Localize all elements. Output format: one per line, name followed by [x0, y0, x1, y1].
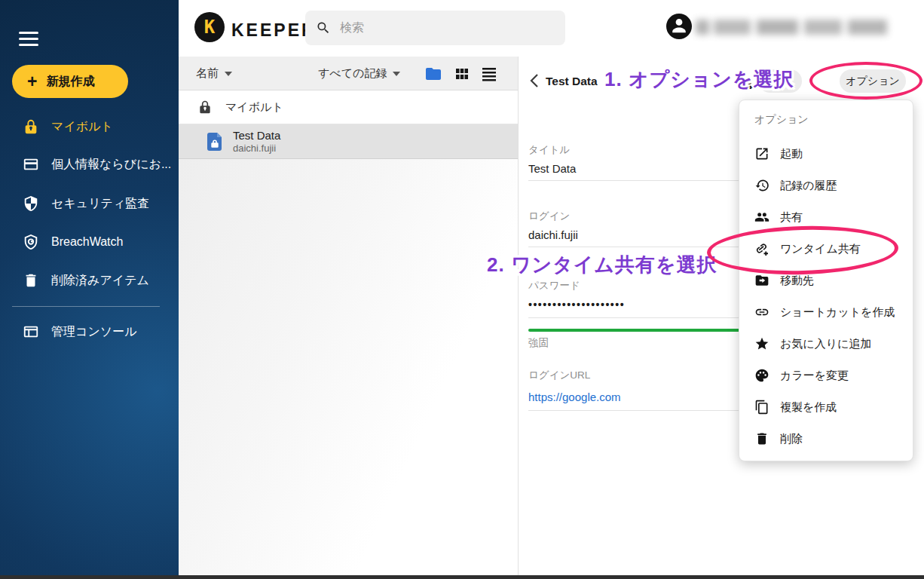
move-folder-icon [754, 273, 769, 288]
password-field-value-masked: •••••••••••••••••••• [528, 299, 625, 311]
back-chevron-icon[interactable] [529, 73, 540, 88]
folder-view-icon[interactable] [424, 65, 442, 83]
options-dropdown-menu: オプション 起動 記録の履歴 共有 ワンタイム共有 [739, 100, 913, 461]
options-button-label: オプション [846, 75, 900, 88]
user-name-blurred [696, 20, 893, 35]
menu-item-label: 起動 [780, 147, 803, 161]
menu-item-launch[interactable]: 起動 [739, 138, 913, 170]
sidebar-item-label: 個人情報ならびにお... [51, 157, 171, 173]
menu-item-label: 記録の履歴 [780, 179, 837, 193]
annotation-step2: 2. ワンタイム共有を選択 [487, 252, 717, 278]
menu-item-create-shortcut[interactable]: ショートカットを作成 [739, 296, 913, 328]
menu-item-label: お気に入りに追加 [780, 337, 871, 351]
chevron-down-icon [393, 72, 400, 76]
record-list-panel: 名前 すべての記録 マイボルト [179, 57, 518, 575]
trash-icon [23, 272, 39, 289]
record-type-filter-dropdown[interactable]: すべての記録 [318, 57, 400, 90]
plus-icon: + [27, 73, 37, 90]
sidebar-divider [12, 306, 160, 307]
new-record-button[interactable]: + 新規作成 [12, 65, 128, 98]
topbar: K KEEPER® [179, 0, 924, 57]
breadcrumb: マイボルト [225, 100, 283, 115]
sidebar-item-admin-console[interactable]: 管理コンソール [0, 315, 179, 348]
menu-item-share[interactable]: 共有 [739, 201, 913, 233]
record-file-lock-icon [207, 133, 222, 151]
sidebar-item-label: 削除済みアイテム [51, 273, 149, 289]
launch-icon [754, 146, 769, 161]
menu-item-delete[interactable]: 削除 [739, 423, 913, 455]
url-field-link[interactable]: https://google.com [528, 391, 621, 403]
filter-label: すべての記録 [318, 66, 387, 81]
palette-icon [754, 368, 769, 383]
list-view-icon[interactable] [480, 65, 498, 83]
copy-icon [754, 400, 769, 415]
lock-icon [23, 118, 39, 135]
sidebar: + 新規作成 マイボルト 個人情報ならびにお... セキュリティ監査 [0, 0, 179, 575]
card-icon [23, 156, 39, 173]
record-title: Test Data [233, 129, 280, 142]
hamburger-menu-icon[interactable] [19, 32, 38, 50]
wordmark-text: KEEPER [231, 20, 317, 40]
sidebar-item-security-audit[interactable]: セキュリティ監査 [0, 187, 179, 220]
title-field-label: タイトル [528, 143, 570, 157]
people-icon [754, 210, 769, 225]
breachwatch-shield-icon [23, 234, 39, 250]
chevron-down-icon [225, 72, 232, 76]
sidebar-item-label: BreachWatch [51, 235, 123, 249]
bottom-window-edge [0, 575, 924, 579]
star-icon [754, 336, 769, 351]
menu-item-label: 移動先 [780, 274, 814, 288]
menu-item-duplicate[interactable]: 複製を作成 [739, 391, 913, 423]
sidebar-item-my-vault[interactable]: マイボルト [0, 110, 179, 143]
login-field-label: ログイン [528, 210, 570, 223]
record-row-test-data[interactable]: Test Data daichi.fujii [179, 124, 518, 159]
menu-item-add-to-favorites[interactable]: お気に入りに追加 [739, 328, 913, 360]
menu-item-label: ショートカットを作成 [780, 305, 895, 320]
title-field-value: Test Data [528, 162, 576, 175]
menu-item-label: 共有 [780, 210, 803, 225]
password-field-label: パスワード [528, 279, 580, 293]
sidebar-item-label: セキュリティ監査 [51, 196, 149, 212]
list-header: 名前 すべての記録 [179, 57, 518, 90]
menu-item-one-time-share[interactable]: ワンタイム共有 [739, 233, 913, 265]
record-subtitle: daichi.fujii [233, 142, 280, 155]
login-field-value: daichi.fujii [528, 228, 578, 241]
keeper-vault-app: + 新規作成 マイボルト 個人情報ならびにお... セキュリティ監査 [0, 0, 924, 579]
history-icon [754, 178, 769, 193]
search-bar[interactable] [305, 11, 565, 45]
lock-icon [197, 100, 213, 115]
shield-check-icon [23, 195, 39, 212]
detail-title: Test Data [546, 75, 598, 88]
sidebar-item-breachwatch[interactable]: BreachWatch [0, 225, 179, 259]
new-record-label: 新規作成 [46, 74, 94, 90]
keeper-logo-icon: K [194, 12, 225, 42]
options-button[interactable]: オプション [840, 69, 906, 93]
sort-label: 名前 [196, 66, 219, 81]
breadcrumb-my-vault-row[interactable]: マイボルト [179, 90, 518, 124]
sort-by-name-dropdown[interactable]: 名前 [196, 57, 232, 90]
menu-item-move-to[interactable]: 移動先 [739, 265, 913, 296]
delete-trash-icon [754, 431, 769, 446]
options-menu-header: オプション [739, 106, 913, 132]
annotation-step1: 1. オプションを選択 [604, 66, 794, 93]
menu-item-label: ワンタイム共有 [780, 242, 861, 256]
menu-item-label: 削除 [780, 432, 803, 446]
sidebar-item-deleted-items[interactable]: 削除済みアイテム [0, 264, 179, 297]
menu-item-change-color[interactable]: カラーを変更 [739, 360, 913, 391]
user-avatar-icon[interactable] [666, 14, 692, 39]
console-window-icon [23, 323, 39, 340]
grid-view-icon[interactable] [453, 65, 471, 83]
sidebar-item-identity[interactable]: 個人情報ならびにお... [0, 148, 179, 181]
menu-item-label: カラーを変更 [780, 369, 849, 383]
url-field-label: ログインURL [528, 369, 590, 382]
sidebar-item-label: マイボルト [51, 119, 113, 135]
sidebar-item-label: 管理コンソール [51, 324, 137, 340]
menu-item-record-history[interactable]: 記録の履歴 [739, 170, 913, 201]
one-time-share-icon [754, 241, 769, 256]
menu-item-label: 複製を作成 [780, 400, 837, 415]
search-input[interactable] [340, 21, 555, 35]
password-strength-label: 強固 [528, 336, 549, 350]
shortcut-link-icon [754, 305, 769, 320]
search-icon [316, 20, 331, 35]
logo-letter: K [204, 17, 215, 38]
